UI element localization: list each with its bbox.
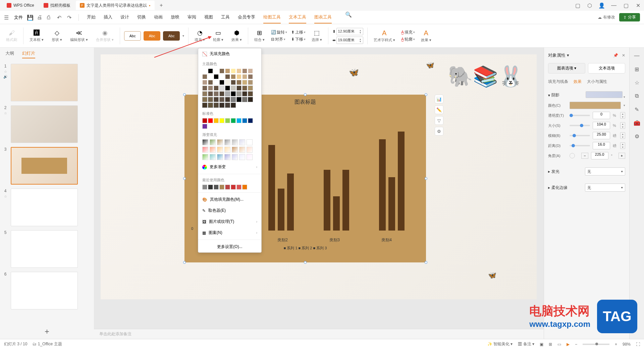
color-swatch[interactable] (248, 86, 253, 91)
tab-document[interactable]: P 文字是人类用符号记录表达信息以 ● (76, 1, 155, 10)
color-swatch[interactable] (236, 68, 241, 73)
color-swatch[interactable] (248, 118, 253, 123)
revision-indicator[interactable]: ☁ 有修改 (598, 14, 615, 20)
angle-dial-icon[interactable] (570, 153, 575, 158)
close-button[interactable]: ✕ (635, 2, 641, 9)
tab-outline[interactable]: 大纲 (5, 50, 14, 58)
preset-2[interactable]: Abc (144, 31, 160, 41)
color-swatch[interactable] (242, 68, 247, 73)
preview-icon[interactable]: ⎙ (47, 14, 53, 20)
color-swatch[interactable] (242, 86, 247, 91)
menu-slideshow[interactable]: 放映 (171, 11, 179, 23)
spinner[interactable]: ▲▼ (359, 38, 362, 43)
subtab-size[interactable]: 大小与属性 (587, 79, 607, 85)
pin-icon[interactable]: 📌 (613, 53, 618, 58)
color-swatch[interactable] (214, 91, 219, 96)
gradient-swatch[interactable] (232, 139, 238, 145)
gradient-swatch[interactable] (247, 154, 253, 160)
other-fill-item[interactable]: 🎨 其他填充颜色(M)... (198, 194, 261, 205)
resize-handle[interactable] (425, 261, 427, 264)
soft-select[interactable]: 无▾ (585, 184, 625, 192)
ribbon-edit-shape[interactable]: ≪ 编辑形状 ▾ (68, 29, 90, 42)
color-swatch[interactable] (219, 74, 224, 79)
zoom-in[interactable]: + (615, 342, 617, 347)
gradient-swatch[interactable] (247, 139, 253, 145)
color-swatch[interactable] (248, 68, 253, 73)
chart-bar[interactable] (278, 189, 284, 231)
menu-drawing-tools[interactable]: 绘图工具 (263, 11, 281, 23)
color-swatch[interactable] (231, 80, 236, 85)
chart-settings-button[interactable]: ⚙ (435, 127, 443, 136)
zoom-out[interactable]: − (575, 342, 577, 347)
color-swatch[interactable] (242, 74, 247, 79)
color-swatch[interactable] (236, 74, 241, 79)
view-reading-icon[interactable]: ▭ (557, 342, 561, 347)
gradient-swatch[interactable] (210, 139, 216, 145)
print-icon[interactable]: 🖨 (37, 14, 43, 20)
ribbon-format-painter[interactable]: 🖌 格式刷 (4, 30, 19, 42)
overlap-icon[interactable]: ⧉ (633, 92, 641, 100)
search-icon[interactable]: 🔍 (345, 11, 351, 17)
distance-input[interactable]: 16.0 (593, 142, 610, 149)
slide-4[interactable]: 4☆ (3, 189, 91, 226)
slide-thumb[interactable] (11, 105, 78, 143)
menu-review[interactable]: 审阅 (187, 11, 196, 23)
zoom-value[interactable]: 98% (623, 342, 631, 347)
chart-bar[interactable] (379, 139, 386, 231)
slide-thumb[interactable] (11, 189, 78, 226)
ribbon-move-up[interactable]: ⬆ 上移 ▾ (291, 30, 306, 35)
toolbox-icon[interactable]: 🧰 (633, 119, 641, 127)
gradient-swatch[interactable] (202, 147, 208, 153)
section-header[interactable]: ▸ 柔化边缘 无▾ (548, 182, 625, 193)
gradient-swatch[interactable] (217, 147, 223, 153)
width-input[interactable]: 19.00厘米 ▲▼ (336, 37, 363, 44)
canvas-area[interactable]: 🐘📚🐰 🦋 🦋 🦋 图表标题 0 类别1类别2类别3类别4 ■ 系列 1 ■ 系… (94, 48, 544, 339)
slide-thumb-selected[interactable] (11, 147, 78, 185)
tab-chart-options[interactable]: 图表选项 ▾ (548, 63, 585, 73)
slide-canvas[interactable]: 🐘📚🐰 🦋 🦋 🦋 图表标题 0 类别1类别2类别3类别4 ■ 系列 1 ■ 系… (101, 54, 537, 299)
color-swatch[interactable] (214, 68, 219, 73)
picture-texture-item[interactable]: 🖼 图片或纹理(T) › (198, 216, 261, 227)
ribbon-fill2[interactable]: A̲ 填充 ▾ (401, 30, 415, 35)
close-panel-icon[interactable]: ✕ (622, 53, 625, 58)
maximize-button[interactable]: ▢ (623, 2, 629, 9)
gradient-swatch[interactable] (202, 139, 208, 145)
color-swatch[interactable] (219, 118, 224, 123)
transparency-slider[interactable] (570, 115, 590, 116)
color-swatch[interactable] (202, 91, 207, 96)
preset-more[interactable]: ▾ (182, 34, 184, 38)
theme-indicator[interactable]: 🗂 1_Office 主题 (33, 341, 62, 347)
blur-input[interactable]: 25.00 (593, 132, 610, 139)
color-swatch[interactable] (214, 97, 219, 102)
color-picker[interactable] (570, 102, 621, 109)
gradient-swatch[interactable] (210, 154, 216, 160)
ribbon-effect[interactable]: ⬢ 效果 ▾ (229, 29, 244, 42)
color-swatch[interactable] (225, 97, 230, 102)
color-swatch[interactable] (231, 68, 236, 73)
pattern-item[interactable]: ▦ 图案(N) › (198, 227, 261, 238)
color-swatch[interactable] (248, 80, 253, 85)
menu-insert[interactable]: 插入 (104, 11, 112, 23)
ribbon-textbox[interactable]: 🅰 文本框 ▾ (28, 30, 46, 42)
chart-bar[interactable] (287, 173, 294, 231)
color-swatch[interactable] (225, 185, 230, 190)
gradient-swatch[interactable] (247, 147, 253, 153)
menu-view[interactable]: 视图 (204, 11, 213, 23)
color-swatch[interactable] (202, 68, 207, 73)
add-slide-button[interactable]: + (0, 324, 94, 339)
color-swatch[interactable] (208, 80, 213, 85)
color-swatch[interactable] (242, 185, 247, 190)
slide-thumb[interactable] (11, 230, 78, 268)
save-icon[interactable]: 💾 (27, 14, 33, 20)
tab-wps-office[interactable]: WPS Office (3, 1, 38, 10)
view-sorter-icon[interactable]: ⊞ (549, 342, 552, 347)
more-settings-item[interactable]: 更多设置(O)... (198, 241, 261, 252)
color-swatch[interactable] (202, 74, 207, 79)
menu-chart-tools[interactable]: 图表工具 (314, 11, 332, 23)
edit-icon[interactable]: ✎ (633, 105, 641, 113)
color-swatch[interactable] (208, 118, 213, 123)
cube-icon[interactable]: ⬡ (586, 2, 593, 9)
color-swatch[interactable] (214, 118, 219, 123)
menu-member[interactable]: 会员专享 (238, 11, 255, 23)
color-swatch[interactable] (202, 80, 207, 85)
